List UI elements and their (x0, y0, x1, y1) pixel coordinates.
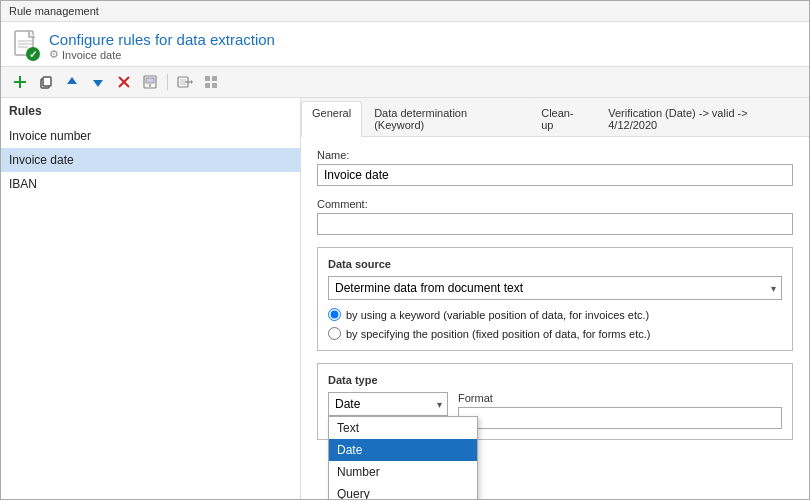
popup-item-text[interactable]: Text (329, 417, 477, 439)
doc-icon: ✓ (13, 30, 41, 62)
tab-content-general: Name: Comment: Data source Determine dat… (301, 137, 809, 499)
data-source-title: Data source (328, 258, 782, 270)
tab-verification[interactable]: Verification (Date) -> valid -> 4/12/202… (597, 101, 808, 136)
data-source-dropdown[interactable]: Determine data from document text Determ… (328, 276, 782, 300)
main-window: Rule management ✓ Configure rules for da… (0, 0, 810, 500)
radio-keyword-input[interactable] (328, 308, 341, 321)
format-section: Format (458, 392, 782, 429)
delete-button[interactable] (113, 71, 135, 93)
popup-item-date[interactable]: Date (329, 439, 477, 461)
window-title: Rule management (9, 5, 99, 17)
export2-button[interactable] (200, 71, 222, 93)
svg-rect-24 (212, 76, 217, 81)
popup-item-number[interactable]: Number (329, 461, 477, 483)
data-type-title: Data type (328, 374, 782, 386)
svg-rect-15 (146, 78, 154, 83)
radio-keyword[interactable]: by using a keyword (variable position of… (328, 308, 782, 321)
right-panel: General Data determination (Keyword) Cle… (301, 98, 809, 499)
tab-general[interactable]: General (301, 101, 362, 137)
svg-rect-7 (14, 81, 26, 83)
move-down-button[interactable] (87, 71, 109, 93)
comment-field-group: Comment: (317, 198, 793, 235)
toolbar-separator-1 (167, 74, 168, 90)
svg-marker-11 (93, 80, 103, 87)
data-type-popup: Text Date Number Query Query (with list) (328, 416, 478, 499)
rules-header: Rules (1, 98, 300, 124)
export1-button[interactable] (174, 71, 196, 93)
name-input[interactable] (317, 164, 793, 186)
comment-input[interactable] (317, 213, 793, 235)
gear-icon: ⚙ (49, 48, 59, 61)
data-type-section: Data type Text Date Number Query Query (… (317, 363, 793, 440)
popup-item-query[interactable]: Query (329, 483, 477, 499)
data-source-dropdown-wrapper: Determine data from document text Determ… (328, 276, 782, 300)
svg-marker-19 (191, 80, 193, 84)
tabs: General Data determination (Keyword) Cle… (301, 98, 809, 137)
header-title: Configure rules for data extraction (49, 31, 275, 48)
comment-label: Comment: (317, 198, 793, 210)
header-text: Configure rules for data extraction ⚙ In… (49, 31, 275, 61)
radio-position[interactable]: by specifying the position (fixed positi… (328, 327, 782, 340)
radio-position-input[interactable] (328, 327, 341, 340)
data-type-dropdown[interactable]: Text Date Number Query Query (with list) (328, 392, 448, 416)
svg-rect-23 (205, 76, 210, 81)
svg-rect-25 (205, 83, 210, 88)
move-up-button[interactable] (61, 71, 83, 93)
header-subtitle: Invoice date (62, 49, 121, 61)
title-bar: Rule management (1, 1, 809, 22)
svg-text:✓: ✓ (29, 49, 37, 60)
import-button[interactable] (139, 71, 161, 93)
name-label: Name: (317, 149, 793, 161)
add-button[interactable] (9, 71, 31, 93)
svg-marker-10 (67, 77, 77, 84)
tab-cleanup[interactable]: Clean-up (530, 101, 596, 136)
tab-data-determination[interactable]: Data determination (Keyword) (363, 101, 529, 136)
copy-button[interactable] (35, 71, 57, 93)
left-panel: Rules Invoice number Invoice date IBAN (1, 98, 301, 499)
format-input[interactable] (458, 407, 782, 429)
toolbar (1, 67, 809, 98)
rule-item-invoice-number[interactable]: Invoice number (1, 124, 300, 148)
name-field-group: Name: (317, 149, 793, 186)
rule-item-iban[interactable]: IBAN (1, 172, 300, 196)
data-source-section: Data source Determine data from document… (317, 247, 793, 351)
main-area: Rules Invoice number Invoice date IBAN G… (1, 98, 809, 499)
svg-rect-9 (43, 77, 51, 86)
radio-group: by using a keyword (variable position of… (328, 308, 782, 340)
svg-rect-26 (212, 83, 217, 88)
rule-item-invoice-date[interactable]: Invoice date (1, 148, 300, 172)
format-label: Format (458, 392, 782, 404)
header-section: ✓ Configure rules for data extraction ⚙ … (1, 22, 809, 67)
data-type-dropdown-wrapper: Text Date Number Query Query (with list)… (328, 392, 448, 416)
